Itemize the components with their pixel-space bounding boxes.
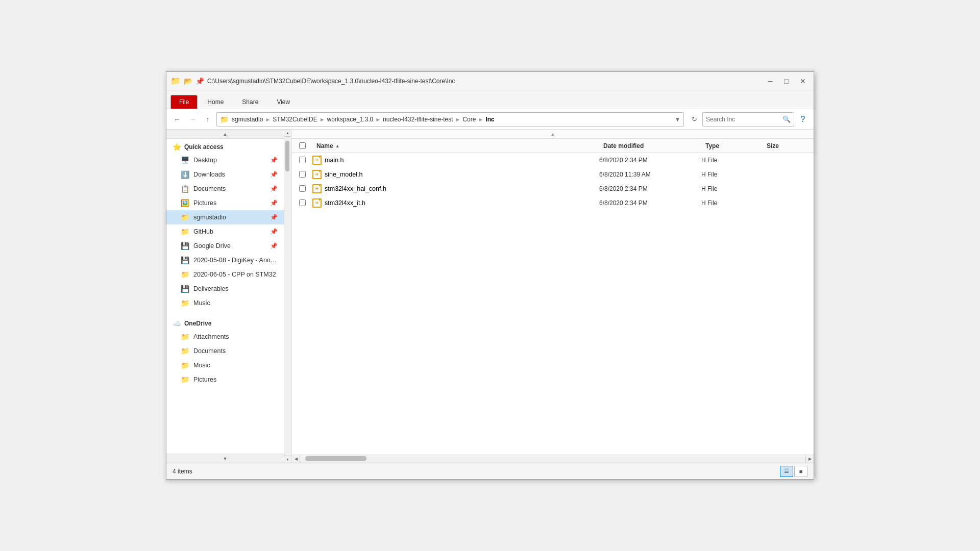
github-pin-icon: 📌 — [270, 228, 278, 235]
back-button[interactable]: ← — [170, 113, 184, 126]
ribbon: File Home Share View — [166, 90, 814, 109]
h-scroll-right-btn[interactable]: ▶ — [805, 455, 814, 463]
tab-share[interactable]: Share — [233, 95, 267, 109]
sidebar-item-cpp-label: 2020-06-05 - CPP on STM32 — [193, 271, 276, 278]
breadcrumb-inc[interactable]: Inc — [485, 116, 494, 123]
table-row[interactable]: H main.h 6/8/2020 2:34 PM H File — [292, 153, 814, 167]
horizontal-scrollbar: ◀ ▶ — [292, 455, 814, 463]
col-header-type[interactable]: Type — [701, 141, 763, 151]
sidebar-scroll-up[interactable]: ▲ — [166, 130, 284, 139]
row-date-sine: 6/8/2020 11:39 AM — [599, 171, 701, 178]
row-checkbox-main-h[interactable] — [292, 157, 312, 163]
minimize-button[interactable]: ─ — [764, 74, 777, 88]
sidebar-quick-access-header: ⭐ Quick access — [166, 139, 284, 153]
filename-sine: sine_model.h — [325, 171, 362, 178]
sidebar-item-music[interactable]: 📁 Music — [166, 296, 284, 310]
row-checkbox-sine[interactable] — [292, 171, 312, 178]
checkbox-sine[interactable] — [299, 171, 306, 178]
sidebar-item-googledrive[interactable]: 💾 Google Drive 📌 — [166, 239, 284, 253]
sidebar-item-github[interactable]: 📁 GitHub 📌 — [166, 224, 284, 239]
sidebar-item-cpp[interactable]: 📁 2020-06-05 - CPP on STM32 — [166, 267, 284, 282]
detail-view-button[interactable]: ■ — [794, 466, 807, 477]
breadcrumb-dropdown-arrow[interactable]: ▼ — [675, 116, 680, 122]
col-header-date[interactable]: Date modified — [599, 141, 701, 151]
row-date-main-h: 6/8/2020 2:34 PM — [599, 157, 701, 164]
search-input[interactable] — [706, 116, 782, 123]
sidebar-item-od-pictures[interactable]: 📁 Pictures — [166, 372, 284, 387]
h-file-icon-sine: H — [312, 170, 322, 179]
sidebar-item-github-label: GitHub — [193, 228, 213, 235]
sidebar-item-desktop[interactable]: 🖥️ Desktop 📌 — [166, 153, 284, 167]
close-button[interactable]: ✕ — [796, 74, 810, 88]
breadcrumb-workspace[interactable]: workspace_1.3.0 — [327, 116, 374, 123]
sidebar-item-od-music[interactable]: 📁 Music — [166, 358, 284, 372]
sidebar-item-od-documents[interactable]: 📁 Documents — [166, 344, 284, 358]
sidebar-item-gdrive-label: Google Drive — [193, 242, 231, 249]
sidebar-scrollbar: ▲ ▼ — [284, 130, 291, 463]
breadcrumb-sep-4: ► — [453, 116, 463, 122]
row-date-hal: 6/8/2020 2:34 PM — [599, 185, 701, 192]
sidebar-scrollbar-up[interactable]: ▲ — [284, 130, 291, 137]
row-checkbox-it[interactable] — [292, 199, 312, 206]
desktop-icon: 🖥️ — [181, 156, 189, 164]
select-all-checkbox[interactable] — [299, 142, 306, 149]
od-music-icon: 📁 — [181, 361, 189, 369]
sidebar-item-digikey[interactable]: 💾 2020-05-08 - DigiKey - Anomaly D — [166, 253, 284, 267]
sidebar-scroll-down[interactable]: ▼ — [166, 454, 284, 463]
sidebar-item-sgmustadio[interactable]: 📁 sgmustadio 📌 — [166, 210, 284, 224]
row-type-sine: H File — [701, 171, 763, 178]
up-button[interactable]: ↑ — [201, 113, 214, 126]
title-bar-path: C:\Users\sgmustadio\STM32CubeIDE\workspa… — [207, 78, 761, 85]
maximize-button[interactable]: □ — [780, 74, 793, 88]
sidebar-item-documents[interactable]: 📋 Documents 📌 — [166, 182, 284, 196]
breadcrumb-sep-1: ► — [263, 116, 273, 122]
column-headers: Name ▲ Date modified Type Size — [292, 139, 814, 153]
sidebar-item-deliverables[interactable]: 💾 Deliverables — [166, 282, 284, 296]
tab-file[interactable]: File — [170, 95, 198, 109]
row-type-hal: H File — [701, 185, 763, 192]
sidebar: ▲ ⭐ Quick access 🖥️ Desktop 📌 ⬇️ Downloa… — [166, 130, 284, 463]
sidebar-scrollbar-thumb[interactable] — [285, 141, 289, 171]
desktop-pin-icon: 📌 — [270, 157, 278, 164]
sidebar-item-attachments[interactable]: 📁 Attachments — [166, 330, 284, 344]
row-checkbox-hal[interactable] — [292, 185, 312, 192]
cpp-icon: 📁 — [181, 270, 189, 279]
file-area-scroll-up[interactable]: ▲ — [292, 130, 814, 139]
sidebar-scrollbar-down[interactable]: ▼ — [284, 456, 291, 463]
breadcrumb-nucleo[interactable]: nucleo-l432-tflite-sine-test — [383, 116, 453, 123]
table-row[interactable]: H sine_model.h 6/8/2020 11:39 AM H File — [292, 167, 814, 182]
col-header-checkbox[interactable] — [292, 141, 312, 151]
tab-view[interactable]: View — [268, 95, 299, 109]
breadcrumb-sgmustadio[interactable]: sgmustadio — [232, 116, 263, 123]
tab-home[interactable]: Home — [199, 95, 232, 109]
forward-button[interactable]: → — [186, 113, 199, 126]
search-box[interactable]: 🔍 — [702, 112, 794, 127]
filename-main-h: main.h — [325, 157, 344, 164]
sidebar-item-downloads[interactable]: ⬇️ Downloads 📌 — [166, 167, 284, 182]
table-row[interactable]: H stm32l4xx_hal_conf.h 6/8/2020 2:34 PM … — [292, 182, 814, 196]
col-header-name[interactable]: Name ▲ — [312, 141, 599, 151]
refresh-button[interactable]: ↻ — [688, 113, 700, 126]
sidebar-item-pictures[interactable]: 🖼️ Pictures 📌 — [166, 196, 284, 210]
checkbox-hal[interactable] — [299, 185, 306, 192]
search-icon: 🔍 — [782, 115, 791, 123]
sidebar-item-od-documents-label: Documents — [193, 347, 226, 355]
breadcrumb-stm32[interactable]: STM32CubeIDE — [273, 116, 317, 123]
list-view-icon: ☰ — [784, 468, 789, 474]
h-scroll-thumb[interactable] — [305, 456, 366, 461]
downloads-icon: ⬇️ — [181, 170, 189, 179]
list-view-button[interactable]: ☰ — [780, 466, 793, 477]
checkbox-it[interactable] — [299, 199, 306, 206]
help-button[interactable]: ? — [796, 113, 810, 126]
checkbox-main-h[interactable] — [299, 157, 306, 163]
breadcrumb-bar[interactable]: 📁 sgmustadio ► STM32CubeIDE ► workspace_… — [216, 112, 684, 127]
filename-hal: stm32l4xx_hal_conf.h — [325, 185, 386, 192]
pictures-icon: 🖼️ — [181, 199, 189, 207]
col-header-size[interactable]: Size — [763, 141, 814, 151]
table-row[interactable]: H stm32l4xx_it.h 6/8/2020 2:34 PM H File — [292, 196, 814, 210]
breadcrumb-core[interactable]: Core — [462, 116, 476, 123]
view-buttons: ☰ ■ — [780, 466, 807, 477]
sidebar-scrollbar-track — [284, 137, 291, 456]
h-scroll-track — [300, 455, 805, 463]
h-scroll-left-btn[interactable]: ◀ — [292, 455, 300, 463]
